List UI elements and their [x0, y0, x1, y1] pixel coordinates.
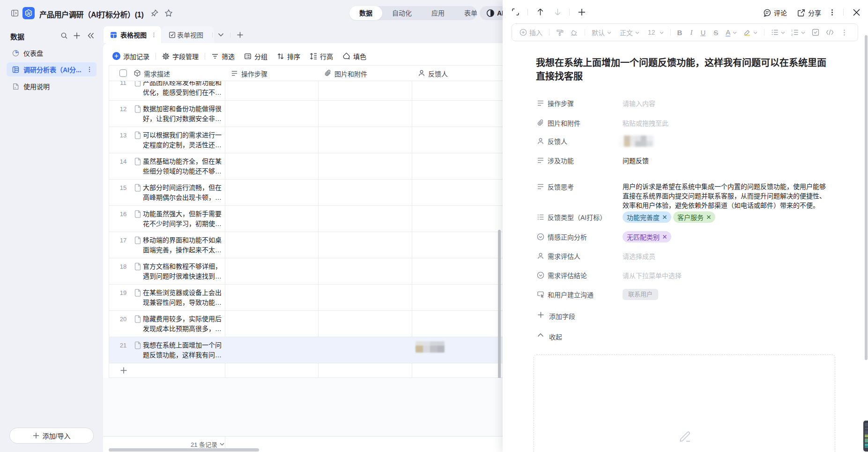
svg-text:1: 1 — [791, 29, 793, 32]
svg-text:2: 2 — [791, 33, 793, 36]
